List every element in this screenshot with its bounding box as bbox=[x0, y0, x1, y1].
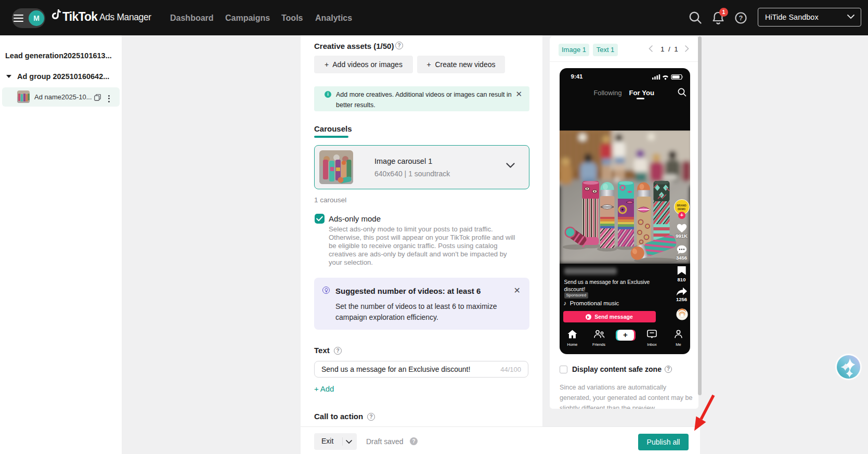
svg-text:?: ? bbox=[739, 14, 743, 22]
